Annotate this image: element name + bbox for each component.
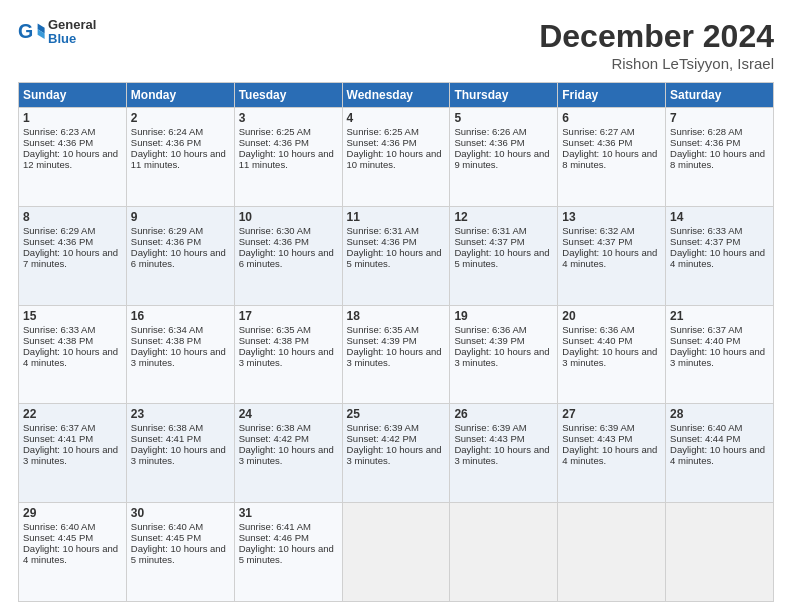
sunset: Sunset: 4:43 PM <box>454 433 524 444</box>
day-cell: 22Sunrise: 6:37 AMSunset: 4:41 PMDayligh… <box>19 404 127 503</box>
logo-general: General <box>48 17 96 32</box>
day-number: 29 <box>23 506 122 520</box>
sunrise: Sunrise: 6:39 AM <box>454 422 526 433</box>
day-cell: 26Sunrise: 6:39 AMSunset: 4:43 PMDayligh… <box>450 404 558 503</box>
sunset: Sunset: 4:36 PM <box>454 137 524 148</box>
sunrise: Sunrise: 6:37 AM <box>23 422 95 433</box>
daylight-label: Daylight: 10 hours and 5 minutes. <box>239 543 334 565</box>
sunset: Sunset: 4:40 PM <box>562 335 632 346</box>
week-row-2: 8Sunrise: 6:29 AMSunset: 4:36 PMDaylight… <box>19 206 774 305</box>
day-cell: 18Sunrise: 6:35 AMSunset: 4:39 PMDayligh… <box>342 305 450 404</box>
day-cell: 11Sunrise: 6:31 AMSunset: 4:36 PMDayligh… <box>342 206 450 305</box>
day-number: 19 <box>454 309 553 323</box>
daylight-label: Daylight: 10 hours and 3 minutes. <box>23 444 118 466</box>
sunset: Sunset: 4:36 PM <box>23 236 93 247</box>
week-row-4: 22Sunrise: 6:37 AMSunset: 4:41 PMDayligh… <box>19 404 774 503</box>
daylight-label: Daylight: 10 hours and 3 minutes. <box>131 444 226 466</box>
day-number: 22 <box>23 407 122 421</box>
daylight-label: Daylight: 10 hours and 4 minutes. <box>670 444 765 466</box>
day-cell: 31Sunrise: 6:41 AMSunset: 4:46 PMDayligh… <box>234 503 342 602</box>
daylight-label: Daylight: 10 hours and 8 minutes. <box>670 148 765 170</box>
daylight-label: Daylight: 10 hours and 9 minutes. <box>454 148 549 170</box>
sunset: Sunset: 4:36 PM <box>347 236 417 247</box>
day-cell <box>342 503 450 602</box>
daylight-label: Daylight: 10 hours and 10 minutes. <box>347 148 442 170</box>
day-cell: 24Sunrise: 6:38 AMSunset: 4:42 PMDayligh… <box>234 404 342 503</box>
sunrise: Sunrise: 6:41 AM <box>239 521 311 532</box>
day-number: 4 <box>347 111 446 125</box>
day-number: 16 <box>131 309 230 323</box>
daylight-label: Daylight: 10 hours and 3 minutes. <box>239 346 334 368</box>
day-number: 2 <box>131 111 230 125</box>
day-number: 7 <box>670 111 769 125</box>
day-cell: 13Sunrise: 6:32 AMSunset: 4:37 PMDayligh… <box>558 206 666 305</box>
logo-icon: G <box>18 18 46 46</box>
day-cell: 16Sunrise: 6:34 AMSunset: 4:38 PMDayligh… <box>126 305 234 404</box>
day-cell: 14Sunrise: 6:33 AMSunset: 4:37 PMDayligh… <box>666 206 774 305</box>
daylight-label: Daylight: 10 hours and 12 minutes. <box>23 148 118 170</box>
day-number: 3 <box>239 111 338 125</box>
sunrise: Sunrise: 6:40 AM <box>131 521 203 532</box>
sunset: Sunset: 4:39 PM <box>347 335 417 346</box>
day-cell: 6Sunrise: 6:27 AMSunset: 4:36 PMDaylight… <box>558 108 666 207</box>
day-number: 6 <box>562 111 661 125</box>
sunset: Sunset: 4:40 PM <box>670 335 740 346</box>
day-number: 17 <box>239 309 338 323</box>
logo: G General Blue <box>18 18 96 47</box>
sunset: Sunset: 4:41 PM <box>23 433 93 444</box>
day-number: 26 <box>454 407 553 421</box>
week-row-1: 1Sunrise: 6:23 AMSunset: 4:36 PMDaylight… <box>19 108 774 207</box>
day-cell: 28Sunrise: 6:40 AMSunset: 4:44 PMDayligh… <box>666 404 774 503</box>
title-block: December 2024 Rishon LeTsiyyon, Israel <box>539 18 774 72</box>
sunrise: Sunrise: 6:33 AM <box>23 324 95 335</box>
sunrise: Sunrise: 6:32 AM <box>562 225 634 236</box>
daylight-label: Daylight: 10 hours and 6 minutes. <box>239 247 334 269</box>
sunrise: Sunrise: 6:34 AM <box>131 324 203 335</box>
sunrise: Sunrise: 6:38 AM <box>239 422 311 433</box>
sunrise: Sunrise: 6:24 AM <box>131 126 203 137</box>
daylight-label: Daylight: 10 hours and 7 minutes. <box>23 247 118 269</box>
daylight-label: Daylight: 10 hours and 11 minutes. <box>131 148 226 170</box>
day-cell: 7Sunrise: 6:28 AMSunset: 4:36 PMDaylight… <box>666 108 774 207</box>
day-cell: 23Sunrise: 6:38 AMSunset: 4:41 PMDayligh… <box>126 404 234 503</box>
sunrise: Sunrise: 6:25 AM <box>239 126 311 137</box>
header-sunday: Sunday <box>19 83 127 108</box>
daylight-label: Daylight: 10 hours and 4 minutes. <box>562 247 657 269</box>
sunset: Sunset: 4:37 PM <box>562 236 632 247</box>
day-number: 21 <box>670 309 769 323</box>
daylight-label: Daylight: 10 hours and 3 minutes. <box>562 346 657 368</box>
sunrise: Sunrise: 6:30 AM <box>239 225 311 236</box>
svg-text:G: G <box>18 20 33 42</box>
day-number: 24 <box>239 407 338 421</box>
daylight-label: Daylight: 10 hours and 5 minutes. <box>131 543 226 565</box>
day-cell: 5Sunrise: 6:26 AMSunset: 4:36 PMDaylight… <box>450 108 558 207</box>
header-tuesday: Tuesday <box>234 83 342 108</box>
day-number: 18 <box>347 309 446 323</box>
day-cell: 10Sunrise: 6:30 AMSunset: 4:36 PMDayligh… <box>234 206 342 305</box>
sunset: Sunset: 4:36 PM <box>347 137 417 148</box>
daylight-label: Daylight: 10 hours and 5 minutes. <box>347 247 442 269</box>
sunrise: Sunrise: 6:40 AM <box>670 422 742 433</box>
day-number: 25 <box>347 407 446 421</box>
day-number: 30 <box>131 506 230 520</box>
day-cell: 3Sunrise: 6:25 AMSunset: 4:36 PMDaylight… <box>234 108 342 207</box>
sunset: Sunset: 4:36 PM <box>670 137 740 148</box>
day-cell: 30Sunrise: 6:40 AMSunset: 4:45 PMDayligh… <box>126 503 234 602</box>
sunrise: Sunrise: 6:35 AM <box>239 324 311 335</box>
sunset: Sunset: 4:45 PM <box>23 532 93 543</box>
daylight-label: Daylight: 10 hours and 8 minutes. <box>562 148 657 170</box>
daylight-label: Daylight: 10 hours and 4 minutes. <box>562 444 657 466</box>
sunset: Sunset: 4:38 PM <box>131 335 201 346</box>
sunset: Sunset: 4:42 PM <box>347 433 417 444</box>
week-row-3: 15Sunrise: 6:33 AMSunset: 4:38 PMDayligh… <box>19 305 774 404</box>
day-number: 31 <box>239 506 338 520</box>
daylight-label: Daylight: 10 hours and 3 minutes. <box>454 346 549 368</box>
day-number: 14 <box>670 210 769 224</box>
day-cell: 9Sunrise: 6:29 AMSunset: 4:36 PMDaylight… <box>126 206 234 305</box>
location-subtitle: Rishon LeTsiyyon, Israel <box>539 55 774 72</box>
day-cell: 2Sunrise: 6:24 AMSunset: 4:36 PMDaylight… <box>126 108 234 207</box>
sunrise: Sunrise: 6:28 AM <box>670 126 742 137</box>
sunrise: Sunrise: 6:37 AM <box>670 324 742 335</box>
header: G General Blue December 2024 Rishon LeTs… <box>18 18 774 72</box>
day-number: 8 <box>23 210 122 224</box>
